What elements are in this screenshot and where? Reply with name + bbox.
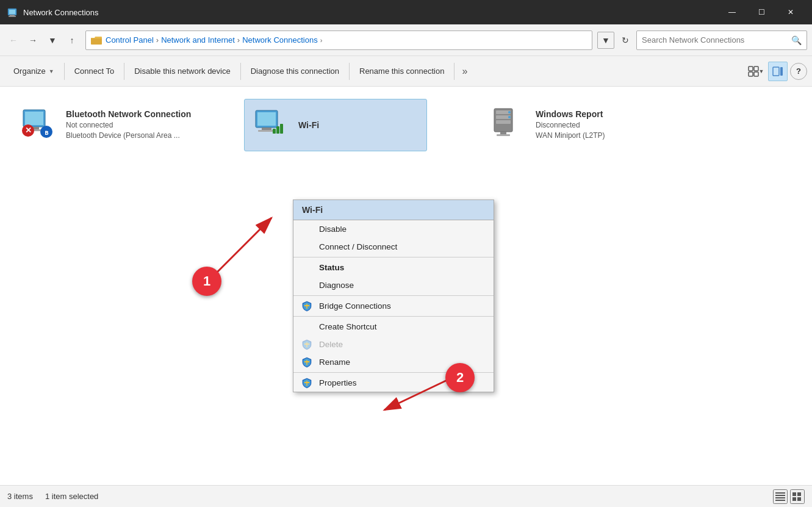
diagnose-button[interactable]: Diagnose this connection	[242, 59, 348, 84]
close-button[interactable]: ✕	[777, 2, 805, 22]
toolbar-separator-5	[454, 63, 455, 80]
context-sep-2	[293, 295, 494, 296]
main-content: ✕ ʙ Bluetooth Network Connection Not con…	[0, 87, 812, 485]
rename-label: Rename this connection	[359, 67, 444, 76]
svg-rect-8	[754, 72, 758, 76]
svg-text:✕: ✕	[25, 126, 32, 135]
context-connect-disconnect[interactable]: Connect / Disconnect	[293, 238, 494, 256]
svg-rect-22	[258, 130, 275, 132]
breadcrumb: Control Panel › Network and Internet › N…	[85, 31, 592, 50]
wifi-icon-container	[252, 106, 291, 145]
svg-rect-25	[280, 124, 283, 134]
svg-rect-24	[276, 126, 279, 134]
folder-icon	[91, 35, 102, 45]
status-bar: 3 items 1 item selected	[0, 485, 812, 507]
forward-button[interactable]: →	[24, 32, 41, 49]
svg-rect-3	[9, 16, 16, 17]
preview-pane-button[interactable]	[768, 62, 788, 81]
wifi-name: Wi-Fi	[298, 120, 319, 130]
organize-button[interactable]: Organize ▼	[5, 59, 63, 84]
bluetooth-status: Not connected	[66, 121, 191, 129]
more-button[interactable]: »	[456, 59, 473, 84]
minimize-button[interactable]: —	[718, 2, 746, 22]
list-view-icon	[775, 492, 786, 502]
connect-to-button[interactable]: Connect To	[66, 59, 123, 84]
svg-rect-32	[500, 132, 506, 134]
bluetooth-name: Bluetooth Network Connection	[66, 109, 191, 119]
toolbar: Organize ▼ Connect To Disable this netwo…	[0, 56, 812, 87]
connect-to-label: Connect To	[74, 67, 115, 76]
svg-rect-23	[273, 129, 276, 134]
context-menu-title: Wi-Fi	[293, 200, 494, 220]
address-dropdown-button[interactable]: ▼	[597, 32, 614, 49]
svg-rect-48	[792, 497, 796, 501]
svg-rect-29	[496, 120, 511, 124]
status-grid-view-button[interactable]	[790, 489, 805, 504]
svg-rect-10	[780, 67, 783, 76]
svg-point-30	[508, 111, 511, 113]
maximize-button[interactable]: ☐	[747, 2, 775, 22]
rename-button[interactable]: Rename this connection	[351, 59, 453, 84]
wifi-computer-icon	[252, 106, 286, 140]
recent-button[interactable]: ▼	[44, 32, 61, 49]
wan-info: Windows Report Disconnected WAN Miniport…	[536, 109, 605, 140]
breadcrumb-control-panel[interactable]: Control Panel	[106, 35, 154, 45]
svg-rect-21	[262, 128, 271, 130]
network-item-bluetooth[interactable]: ✕ ʙ Bluetooth Network Connection Not con…	[12, 99, 244, 150]
status-view-controls	[773, 489, 805, 504]
svg-rect-1	[9, 10, 15, 14]
svg-rect-4	[91, 38, 102, 45]
network-item-wifi[interactable]: Wi-Fi	[244, 99, 427, 151]
disable-button[interactable]: Disable this network device	[126, 59, 239, 84]
toolbar-separator-1	[64, 63, 65, 80]
up-button[interactable]: ↑	[63, 32, 81, 49]
breadcrumb-network-internet[interactable]: Network and Internet	[161, 35, 235, 45]
back-button[interactable]: ←	[5, 32, 22, 49]
address-bar: ← → ▼ ↑ Control Panel › Network and Inte…	[0, 24, 812, 56]
selected-count: 1 item selected	[45, 492, 98, 501]
breadcrumb-sep-2: ›	[237, 35, 240, 45]
wan-status: Disconnected	[536, 121, 605, 129]
wifi-info: Wi-Fi	[298, 120, 319, 130]
network-item-wan[interactable]: Windows Report Disconnected WAN Miniport…	[482, 99, 714, 150]
view-icon	[748, 66, 759, 77]
breadcrumb-end-arrow: ›	[320, 37, 323, 44]
bluetooth-info: Bluetooth Network Connection Not connect…	[66, 109, 191, 140]
pane-icon	[772, 67, 783, 76]
toolbar-separator-4	[349, 63, 350, 80]
delete-shield-icon	[302, 339, 312, 350]
toolbar-right: ▼ ?	[746, 62, 807, 81]
window-icon	[7, 7, 18, 18]
context-bridge[interactable]: Bridge Connections	[293, 297, 494, 315]
search-box: 🔍	[636, 31, 807, 50]
context-status[interactable]: Status	[293, 259, 494, 276]
context-disable[interactable]: Disable	[293, 220, 494, 238]
disable-label: Disable this network device	[134, 67, 231, 76]
breadcrumb-network-connections[interactable]: Network Connections	[242, 35, 318, 45]
svg-line-39	[210, 218, 271, 279]
help-button[interactable]: ?	[790, 63, 807, 80]
svg-rect-5	[749, 67, 753, 71]
context-diagnose[interactable]: Diagnose	[293, 276, 494, 294]
refresh-button[interactable]: ↻	[617, 32, 634, 49]
toolbar-separator-2	[124, 63, 124, 80]
bridge-shield-icon	[302, 301, 312, 312]
items-count: 3 items	[7, 492, 33, 501]
view-dropdown-icon: ▼	[759, 68, 764, 74]
grid-view-icon	[792, 492, 803, 502]
svg-rect-20	[257, 112, 276, 126]
context-sep-1	[293, 257, 494, 257]
svg-rect-9	[773, 67, 779, 76]
window-title: Network Connections	[23, 8, 718, 17]
svg-rect-44	[775, 497, 785, 498]
status-list-view-button[interactable]	[773, 489, 788, 504]
change-view-button[interactable]: ▼	[746, 62, 766, 81]
context-create-shortcut[interactable]: Create Shortcut	[293, 318, 494, 336]
wan-type: WAN Miniport (L2TP)	[536, 131, 605, 140]
annotation-2: 2	[445, 363, 475, 392]
search-input[interactable]	[642, 35, 791, 45]
more-label: »	[462, 66, 467, 77]
annotation-1: 1	[192, 267, 221, 296]
svg-rect-6	[754, 67, 758, 71]
window-controls: — ☐ ✕	[718, 2, 805, 22]
